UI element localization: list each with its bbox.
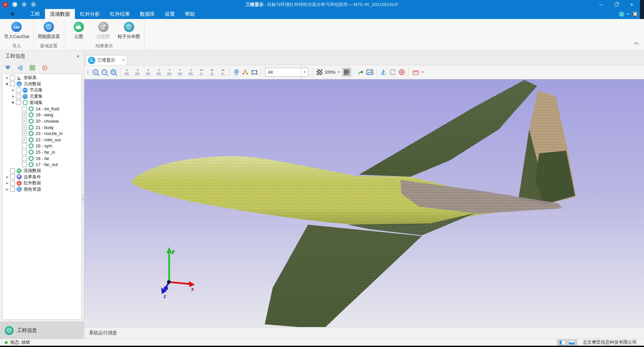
view-iso-front-right-icon[interactable]: yxz [197, 68, 205, 76]
view-front-icon[interactable]: yxz [123, 68, 131, 76]
probe-icon[interactable] [232, 68, 241, 77]
display-filter-select[interactable]: All ▼ [265, 68, 308, 77]
tree-item[interactable]: ▶坐标系 [3, 75, 81, 81]
view-left-icon[interactable]: yxz [144, 68, 152, 76]
checkbox[interactable]: ✓ [22, 119, 27, 124]
expander-icon[interactable]: ▶ [5, 76, 10, 79]
expander-icon[interactable]: ▶ [11, 95, 16, 98]
tab-3d-view[interactable]: 三维显示 ✕ [86, 55, 128, 65]
chevron-down-icon[interactable]: ▼ [422, 71, 424, 74]
tree-item[interactable]: 14 - int_fluid [3, 106, 81, 112]
splitter-handle[interactable] [82, 194, 83, 202]
checkbox[interactable] [16, 100, 21, 105]
tree-item[interactable]: ▶节点集 [3, 87, 81, 93]
tree-item[interactable]: ✓19 - wing [3, 112, 81, 118]
checkbox[interactable] [22, 143, 27, 148]
tree-item[interactable]: ▶红外数据 [3, 180, 81, 186]
menu-item-5[interactable]: 设置 [160, 9, 180, 19]
tree-item[interactable]: 17 - far_out [3, 161, 81, 168]
target-icon[interactable] [41, 64, 48, 71]
close-button[interactable]: ✕ [624, 0, 639, 9]
view-iso-back-right-icon[interactable]: zyx [219, 68, 227, 76]
checkbox[interactable] [16, 94, 21, 99]
tree-item[interactable]: ✓23 - nozzle_in [3, 130, 81, 137]
app-icon[interactable]: ✦ [3, 2, 8, 7]
mirror-icon[interactable] [379, 68, 388, 77]
view-iso-front-left-icon[interactable]: yzx [187, 68, 195, 76]
view-bottom-icon[interactable]: xzy [176, 68, 184, 76]
expander-icon[interactable]: ▶ [5, 188, 10, 191]
cancel-icon[interactable] [397, 68, 406, 77]
view-back-icon[interactable]: yzx [134, 68, 142, 76]
layout-bottom-panel-icon[interactable] [569, 340, 575, 345]
viewport-3d[interactable]: y x z [84, 79, 644, 327]
panel-collapse-icon[interactable]: < [77, 54, 79, 59]
archive-box-icon[interactable] [411, 68, 420, 77]
checkbox[interactable] [16, 88, 21, 93]
checkbox[interactable] [22, 156, 27, 161]
toolbar-drag-handle[interactable]: ‖ [87, 70, 89, 75]
snapshot-icon[interactable] [365, 68, 374, 77]
menu-item-4[interactable]: 数据库 [135, 9, 160, 19]
help-panel-icon[interactable] [632, 11, 638, 17]
minimize-button[interactable]: — [593, 0, 609, 9]
view-iso-back-left-icon[interactable]: yxz [208, 68, 216, 76]
zoom-level-dropdown[interactable]: 100% ▼ [317, 69, 340, 75]
view-right-icon[interactable]: yzx [155, 68, 163, 76]
checkbox[interactable] [10, 75, 15, 80]
tree-item[interactable]: 15 - far_in [3, 149, 81, 155]
checkbox[interactable] [10, 187, 15, 192]
combo-arrow-icon[interactable]: ▼ [301, 68, 308, 76]
tree-item[interactable]: ▶报告资源 [3, 186, 81, 193]
style-icon[interactable] [619, 11, 624, 17]
checkbox[interactable] [22, 106, 27, 111]
checkbox[interactable] [10, 81, 15, 86]
zoom-out-icon[interactable]: − [100, 68, 109, 77]
expander-icon[interactable]: ▶ [5, 181, 10, 185]
ribbon-button-cloud[interactable]: 云图 [67, 22, 90, 40]
expander-icon[interactable]: ▶ [4, 81, 10, 87]
tree-item[interactable]: ▶几何数据 [3, 81, 81, 87]
tree-item[interactable]: ▶面域集 [3, 99, 81, 106]
undo-icon[interactable]: ↺ [22, 2, 27, 7]
checkbox[interactable] [22, 150, 27, 155]
menu-item-3[interactable]: 红外结果 [105, 9, 135, 19]
grid-view-icon[interactable] [29, 64, 36, 71]
checkbox[interactable]: ✓ [22, 131, 27, 136]
checkbox[interactable] [22, 162, 27, 167]
ribbon-button-cas[interactable]: cas导入Cas/Dat [3, 22, 31, 40]
tree-item[interactable]: ▶边界条件 [3, 174, 81, 180]
project-info-button[interactable]: 工程信息 [0, 322, 84, 339]
export-forward-icon[interactable] [356, 68, 365, 77]
new-file-icon[interactable] [12, 2, 17, 7]
menu-item-1[interactable]: 流场数据 [45, 9, 75, 19]
checkbox[interactable] [10, 181, 15, 186]
menu-item-6[interactable]: 帮助 [180, 9, 200, 19]
zoom-fit-icon[interactable] [109, 68, 118, 77]
tree-item[interactable]: ✓22 - inlet_out [3, 137, 81, 143]
mesh-toggle-icon[interactable] [342, 68, 351, 77]
expander-icon[interactable]: ▶ [11, 88, 16, 92]
menu-item-0[interactable]: 工程 [25, 9, 45, 19]
view-top-icon[interactable]: xzy [165, 68, 173, 76]
tree-item[interactable]: ✓20 - chuiwei [3, 118, 81, 124]
tree-item[interactable]: ▶元素集 [3, 93, 81, 100]
box-select-icon[interactable] [250, 68, 259, 77]
maximize-button[interactable] [609, 0, 624, 9]
tab-close-icon[interactable]: ✕ [122, 58, 125, 63]
tree-item[interactable]: ✓21 - body [3, 124, 81, 131]
chevron-down-icon[interactable]: ▼ [627, 13, 629, 16]
expander-icon[interactable]: ▶ [10, 99, 16, 105]
zoom-in-icon[interactable]: + [91, 68, 100, 77]
redo-icon[interactable]: ↻ [31, 2, 36, 7]
nodes-icon[interactable] [241, 68, 250, 77]
checkbox[interactable]: ✓ [22, 112, 27, 117]
tree-item[interactable]: 18 - sym [3, 143, 81, 149]
layout-left-panel-icon[interactable] [559, 340, 565, 345]
menu-item-2[interactable]: 红外分析 [75, 9, 105, 19]
sphere-section-icon[interactable] [388, 68, 397, 77]
checkbox[interactable] [10, 168, 15, 173]
ribbon-button-clock[interactable]: 周期面设置 [36, 22, 62, 40]
checkbox[interactable] [10, 174, 15, 179]
ribbon-button-particle[interactable]: 粒子分布图 [116, 22, 142, 40]
